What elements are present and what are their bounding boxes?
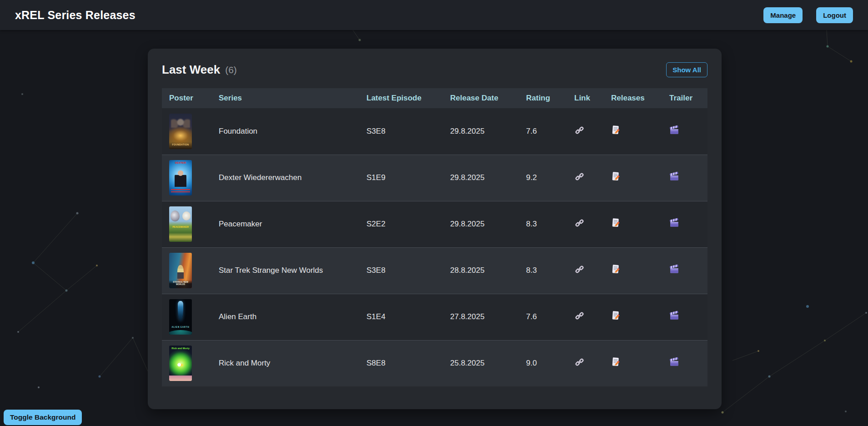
header-poster: Poster bbox=[162, 88, 211, 108]
poster-caption: ALIEN EARTH bbox=[169, 326, 192, 329]
releases-cell bbox=[604, 340, 662, 386]
poster-image: STRANGE NEW WORLDS bbox=[169, 253, 192, 288]
link-cell bbox=[567, 108, 604, 155]
poster-caption: FOUNDATION bbox=[169, 144, 192, 146]
memo-icon[interactable] bbox=[611, 357, 621, 367]
poster-cell: PEACEMAKER bbox=[162, 201, 211, 247]
panel-title: Last Week bbox=[162, 63, 220, 77]
episode-cell: S8E8 bbox=[359, 340, 443, 386]
poster-image: FOUNDATION bbox=[169, 114, 192, 149]
panel-header: Last Week (6) Show All bbox=[162, 62, 707, 77]
table-row: FOUNDATION Foundation S3E8 29.8.2025 7.6 bbox=[162, 108, 707, 155]
toggle-background-button[interactable]: Toggle Background bbox=[4, 410, 82, 425]
link-icon[interactable] bbox=[574, 218, 585, 228]
clapperboard-icon[interactable] bbox=[669, 264, 680, 275]
releases-cell bbox=[604, 294, 662, 340]
link-cell bbox=[567, 201, 604, 247]
header-series: Series bbox=[211, 88, 359, 108]
table-row: PEACEMAKER Peacemaker S2E2 29.8.2025 8.3 bbox=[162, 201, 707, 247]
memo-icon[interactable] bbox=[611, 311, 621, 321]
trailer-cell bbox=[662, 294, 707, 340]
logout-button[interactable]: Logout bbox=[816, 7, 853, 23]
clapperboard-icon[interactable] bbox=[669, 357, 680, 367]
date-cell: 29.8.2025 bbox=[443, 108, 519, 155]
rating-cell: 7.6 bbox=[519, 294, 567, 340]
episode-cell: S2E2 bbox=[359, 201, 443, 247]
link-icon[interactable] bbox=[574, 264, 585, 275]
table-row: ALIEN EARTH Alien Earth S1E4 27.8.2025 7… bbox=[162, 294, 707, 340]
app-title: xREL Series Releases bbox=[15, 9, 135, 22]
trailer-cell bbox=[662, 340, 707, 386]
link-icon[interactable] bbox=[574, 357, 585, 367]
last-week-panel: Last Week (6) Show All Poster Series Lat… bbox=[148, 49, 722, 409]
poster-cell: FOUNDATION bbox=[162, 108, 211, 155]
releases-cell bbox=[604, 201, 662, 247]
series-cell: Dexter Wiedererwachen bbox=[211, 155, 359, 201]
poster-image: ALIEN EARTH bbox=[169, 299, 192, 335]
header-trailer: Trailer bbox=[662, 88, 707, 108]
rating-cell: 9.0 bbox=[519, 340, 567, 386]
date-cell: 27.8.2025 bbox=[443, 294, 519, 340]
link-cell bbox=[567, 294, 604, 340]
show-all-button[interactable]: Show All bbox=[666, 62, 707, 77]
link-icon[interactable] bbox=[574, 171, 585, 182]
memo-icon[interactable] bbox=[611, 218, 621, 228]
clapperboard-icon[interactable] bbox=[669, 125, 680, 135]
navbar: xREL Series Releases Manage Logout bbox=[0, 0, 868, 30]
date-cell: 28.8.2025 bbox=[443, 247, 519, 294]
manage-button[interactable]: Manage bbox=[763, 7, 803, 23]
date-cell: 29.8.2025 bbox=[443, 201, 519, 247]
poster-image: DEXTER bbox=[169, 160, 192, 195]
memo-icon[interactable] bbox=[611, 171, 621, 182]
poster-cell: ALIEN EARTH bbox=[162, 294, 211, 340]
link-icon[interactable] bbox=[574, 311, 585, 321]
clapperboard-icon[interactable] bbox=[669, 171, 680, 182]
date-cell: 25.8.2025 bbox=[443, 340, 519, 386]
panel-count-badge: (6) bbox=[225, 65, 237, 75]
rating-cell: 8.3 bbox=[519, 201, 567, 247]
releases-cell bbox=[604, 108, 662, 155]
memo-icon[interactable] bbox=[611, 264, 621, 275]
memo-icon[interactable] bbox=[611, 125, 621, 135]
episode-cell: S3E8 bbox=[359, 247, 443, 294]
rating-cell: 7.6 bbox=[519, 108, 567, 155]
header-rating: Rating bbox=[519, 88, 567, 108]
poster-cell: STRANGE NEW WORLDS bbox=[162, 247, 211, 294]
header-release-date: Release Date bbox=[443, 88, 519, 108]
poster-caption: Rick and Morty bbox=[169, 347, 192, 350]
releases-cell bbox=[604, 247, 662, 294]
series-cell: Foundation bbox=[211, 108, 359, 155]
table-row: DEXTER Dexter Wiedererwachen S1E9 29.8.2… bbox=[162, 155, 707, 201]
rating-cell: 8.3 bbox=[519, 247, 567, 294]
poster-cell: Rick and Morty bbox=[162, 340, 211, 386]
trailer-cell bbox=[662, 201, 707, 247]
header-releases: Releases bbox=[604, 88, 662, 108]
table-row: STRANGE NEW WORLDS Star Trek Strange New… bbox=[162, 247, 707, 294]
releases-cell bbox=[604, 155, 662, 201]
series-cell: Alien Earth bbox=[211, 294, 359, 340]
series-cell: Peacemaker bbox=[211, 201, 359, 247]
releases-table: Poster Series Latest Episode Release Dat… bbox=[162, 88, 707, 386]
date-cell: 29.8.2025 bbox=[443, 155, 519, 201]
episode-cell: S1E9 bbox=[359, 155, 443, 201]
poster-caption: DEXTER bbox=[169, 161, 192, 165]
rating-cell: 9.2 bbox=[519, 155, 567, 201]
navbar-actions: Manage Logout bbox=[763, 7, 853, 23]
series-cell: Star Trek Strange New Worlds bbox=[211, 247, 359, 294]
poster-image: PEACEMAKER bbox=[169, 206, 192, 242]
table-header-row: Poster Series Latest Episode Release Dat… bbox=[162, 88, 707, 108]
series-cell: Rick and Morty bbox=[211, 340, 359, 386]
poster-image: Rick and Morty bbox=[169, 346, 192, 381]
header-link: Link bbox=[567, 88, 604, 108]
trailer-cell bbox=[662, 247, 707, 294]
episode-cell: S3E8 bbox=[359, 108, 443, 155]
poster-cell: DEXTER bbox=[162, 155, 211, 201]
trailer-cell bbox=[662, 108, 707, 155]
link-cell bbox=[567, 247, 604, 294]
trailer-cell bbox=[662, 155, 707, 201]
clapperboard-icon[interactable] bbox=[669, 218, 680, 228]
clapperboard-icon[interactable] bbox=[669, 311, 680, 321]
link-cell bbox=[567, 340, 604, 386]
poster-caption: STRANGE NEW WORLDS bbox=[169, 281, 192, 286]
link-icon[interactable] bbox=[574, 125, 585, 135]
